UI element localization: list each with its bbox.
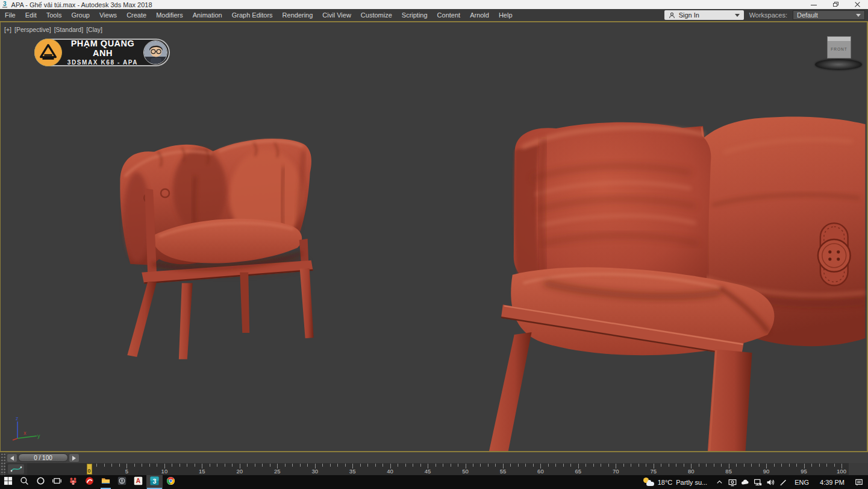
taskbar-cortana-button[interactable] — [33, 475, 49, 489]
viewport-general-menu[interactable]: [+] — [4, 26, 11, 33]
menu-views[interactable]: Views — [95, 9, 122, 21]
current-frame-marker[interactable]: 0 — [87, 464, 92, 475]
menu-group[interactable]: Group — [66, 9, 95, 21]
taskbar-search-button[interactable] — [16, 475, 33, 489]
frame-tick — [646, 464, 646, 467]
menu-create[interactable]: Create — [122, 9, 151, 21]
menu-rendering[interactable]: Rendering — [278, 9, 318, 21]
time-slider[interactable]: 0 / 100 — [18, 453, 68, 462]
frame-tick — [593, 464, 594, 467]
mini-curve-editor-button[interactable] — [8, 464, 24, 474]
weather-label[interactable]: Partly su... — [676, 479, 707, 486]
tray-onedrive-icon[interactable] — [738, 475, 751, 489]
language-indicator[interactable]: ENG — [789, 479, 814, 486]
frame-tick — [488, 464, 489, 467]
tray-windows-ink-icon[interactable] — [776, 475, 789, 489]
restore-button[interactable] — [825, 0, 846, 9]
menu-customize[interactable]: Customize — [356, 9, 397, 21]
frame-tick-label: 35 — [349, 468, 356, 475]
taskbar-app-red-people-button[interactable] — [65, 475, 81, 489]
svg-text:3: 3 — [153, 478, 157, 485]
tray-chevron-up-icon[interactable] — [713, 475, 726, 489]
viewport-label: [+][Perspective][Standard][Clay] — [4, 26, 102, 33]
frame-tick — [104, 464, 105, 467]
tray-volume-icon[interactable] — [764, 475, 776, 489]
menu-file[interactable]: File — [0, 9, 20, 21]
viewport[interactable]: [+][Perspective][Standard][Clay] PHẠM QU… — [0, 21, 868, 452]
frame-tick — [759, 464, 760, 467]
app-red-people-icon — [69, 476, 78, 488]
frame-tick — [676, 464, 676, 467]
taskbar-task-view-button[interactable] — [49, 475, 65, 489]
frame-tick — [360, 464, 361, 467]
frame-tick-label: 10 — [161, 468, 168, 475]
tray-network-icon[interactable] — [751, 475, 764, 489]
menu-help[interactable]: Help — [494, 9, 517, 21]
taskbar-start-button[interactable] — [0, 475, 16, 489]
chevron-down-icon — [735, 14, 740, 17]
title-bar: 3 APA - Ghế vải túi.max - Autodesk 3ds M… — [0, 0, 868, 9]
taskbar-file-explorer-button[interactable] — [98, 475, 114, 489]
timeline-trackbar — [0, 452, 868, 463]
frame-tick — [134, 464, 135, 467]
frame-tick — [119, 464, 120, 467]
frame-tick-label: 95 — [801, 468, 807, 475]
action-center-button[interactable] — [850, 475, 868, 489]
next-frame-button[interactable] — [69, 454, 79, 462]
taskbar-3ds-max-button[interactable]: 3 — [146, 475, 163, 489]
menu-tools[interactable]: Tools — [42, 9, 67, 21]
weather-icon[interactable] — [643, 478, 654, 487]
menu-arnold[interactable]: Arnold — [465, 9, 494, 21]
frame-tick — [669, 464, 669, 467]
axis-z-label: z — [16, 415, 19, 421]
viewport-preset-menu[interactable]: [Standard] — [54, 26, 83, 33]
frame-tick-label: 25 — [274, 468, 281, 475]
chair-overview-object[interactable] — [120, 139, 313, 359]
timeline-ruler[interactable]: 5101520253035404550556065707580859095100… — [27, 463, 868, 475]
viewcube-compass-ring[interactable] — [815, 59, 862, 70]
workspace-select[interactable]: Default — [793, 10, 865, 20]
taskbar-chrome-button[interactable] — [163, 475, 179, 489]
chair-closeup-object[interactable] — [489, 116, 865, 451]
previous-frame-button[interactable] — [7, 454, 17, 462]
viewcube-cube[interactable]: FRONT — [827, 36, 851, 58]
temperature-label[interactable]: 18°C — [658, 479, 673, 486]
window-title: APA - Ghế vải túi.max - Autodesk 3ds Max… — [11, 1, 152, 8]
frame-tick — [300, 464, 301, 467]
close-button[interactable] — [846, 0, 868, 9]
frame-tick — [210, 464, 210, 467]
clock[interactable]: 4:39 PM — [814, 479, 850, 486]
frame-tick — [262, 464, 263, 467]
start-icon — [4, 476, 13, 488]
minimize-icon — [811, 5, 817, 5]
badge-author-name: PHẠM QUANG ANH — [62, 39, 143, 58]
viewport-shading-menu[interactable]: [Clay] — [86, 26, 102, 33]
viewport-canvas[interactable] — [1, 22, 867, 451]
frame-tick — [789, 464, 790, 467]
menu-content[interactable]: Content — [432, 9, 466, 21]
frame-tick — [751, 464, 752, 467]
frame-tick — [307, 464, 308, 467]
ruler-end-cap — [849, 463, 868, 475]
tray-wireless-display-icon[interactable] — [726, 475, 738, 489]
menu-scripting[interactable]: Scripting — [397, 9, 432, 21]
viewcube[interactable]: FRONT — [815, 36, 862, 72]
menu-civil-view[interactable]: Civil View — [317, 9, 355, 21]
taskbar: A3 18°C Partly su... ENG 4:39 PM — [0, 475, 868, 489]
taskbar-buttons: A3 — [0, 475, 179, 489]
timeline-grip[interactable] — [0, 452, 5, 475]
menu-edit[interactable]: Edit — [20, 9, 42, 21]
system-tray: 18°C Partly su... ENG 4:39 PM — [643, 475, 868, 489]
frame-tick-label: 60 — [537, 468, 544, 475]
menu-modifiers[interactable]: Modifiers — [151, 9, 188, 21]
taskbar-app-red-swirl-button[interactable] — [81, 475, 98, 489]
minimize-button[interactable] — [803, 0, 825, 9]
menu-animation[interactable]: Animation — [188, 9, 227, 21]
menu-graph-editors[interactable]: Graph Editors — [227, 9, 278, 21]
frame-tick — [473, 464, 473, 467]
sign-in-button[interactable]: Sign In — [664, 10, 744, 20]
taskbar-autocad-button[interactable]: A — [130, 475, 146, 489]
taskbar-app-dark-circle-button[interactable] — [114, 475, 130, 489]
autocad-icon: A — [134, 476, 143, 488]
viewport-pov-menu[interactable]: [Perspective] — [14, 26, 51, 33]
